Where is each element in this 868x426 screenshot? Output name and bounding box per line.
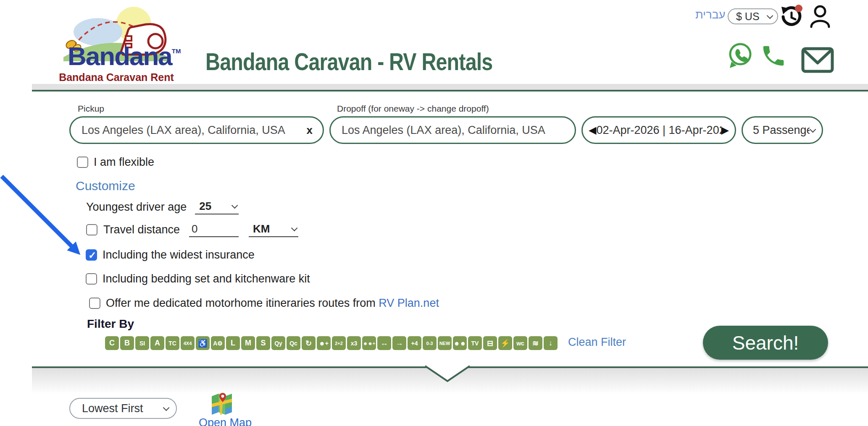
flexible-label: I am flexible [94,156,154,169]
large-rv-filter-icon[interactable]: L [226,336,240,350]
dropoff-label: Dropoff (for oneway -> change dropoff) [337,104,489,114]
bed-width-filter-icon[interactable]: ↔ [377,336,391,350]
new-rv-filter-icon[interactable]: NEW [438,336,452,350]
prev-dates-arrow-icon[interactable]: ◀ [589,124,596,136]
truck-camper-filter-icon[interactable]: TC [166,336,179,350]
rv-plan-link[interactable]: RV Plan.net [379,297,439,309]
class-b-filter-icon[interactable]: B [120,336,134,350]
logo-tm: TM [172,47,181,55]
bed-filter-icon[interactable]: ⊟ [483,336,497,350]
sort-order-select[interactable]: Lowest First [69,398,177,419]
notification-badge [795,5,802,12]
pickup-value: Los Angeles (LAX area), California, USA [82,124,307,137]
chevron-down-icon [291,225,298,232]
semi-integrated-filter-icon[interactable]: SI [135,336,149,350]
ages-0-3-filter-icon[interactable]: 0-3 [423,336,437,350]
language-link-hebrew[interactable]: עברית [695,8,725,21]
date-range-picker[interactable]: ◀ 02-Apr-2026 | 16-Apr-2026 ▶ [581,116,736,144]
itineraries-checkbox[interactable] [89,298,100,309]
page: BandanaTM Bandana Caravan Rent Bandana C… [0,0,868,426]
filter-icons-row: CBSIATC4X4♿A⚙LMSQyQc↻☻+2+2x3☻☻+↔→+40-3NE… [105,336,558,350]
search-button[interactable]: Search! [703,326,828,360]
wheelchair-accessible-filter-icon[interactable]: ♿ [196,336,210,350]
driver-age-label: Youngest driver age [86,201,187,214]
medium-rv-filter-icon[interactable]: M [241,336,255,350]
open-map-button[interactable]: Open Map [199,393,245,426]
chevron-down-icon [231,202,238,209]
filter-by-title: Filter By [87,317,134,331]
shower-filter-icon[interactable]: ≋ [529,336,542,350]
currency-value: $ US [736,10,767,23]
seats-2plus2-filter-icon[interactable]: 2+2 [332,336,346,350]
couple-filter-icon[interactable]: ☻☻ [453,336,467,350]
page-title: Bandana Caravan - RV Rentals [205,48,492,76]
email-icon[interactable] [801,46,834,74]
date-range-value: 02-Apr-2026 | 16-Apr-2026 [596,124,721,137]
small-rv-filter-icon[interactable]: S [256,336,270,350]
travel-distance-checkbox[interactable] [86,224,97,235]
chevron-down-icon [767,12,773,19]
open-map-label: Open Map [199,416,245,426]
chevron-down-icon [810,126,816,133]
dropoff-value: Los Angeles (LAX area), California, USA [342,124,565,137]
site-logo[interactable]: BandanaTM Bandana Caravan Rent [56,3,176,85]
header-divider [32,84,868,91]
phone-icon[interactable] [760,43,786,69]
distance-unit-select[interactable]: KM [249,222,298,237]
class-a-filter-icon[interactable]: A [150,336,164,350]
power-filter-icon[interactable]: ⚡ [498,336,512,350]
chevron-down-icon [163,404,170,411]
passengers-select[interactable]: 5 Passengers [742,116,823,144]
wc-filter-icon[interactable]: wc [513,336,527,350]
travel-distance-label: Travel distance [103,223,180,236]
driver-age-select[interactable]: 25 [195,200,239,214]
passengers-value: 5 Passengers [753,124,810,137]
class-c-filter-icon[interactable]: C [105,336,119,350]
tv-filter-icon[interactable]: TV [468,336,482,350]
whatsapp-icon[interactable] [726,42,753,70]
bedding-kit-label: Including bedding set and kitchenware ki… [103,272,310,285]
driver-age-value: 25 [199,200,231,213]
history-icon[interactable] [780,4,802,28]
4x4-filter-icon[interactable]: 4X4 [181,336,195,350]
pickup-label: Pickup [78,104,104,114]
divider-notch-icon [0,361,868,386]
bedding-kit-checkbox[interactable] [86,273,97,285]
circular-route-filter-icon[interactable]: ↻ [302,336,316,350]
logo-brand-text: BandanaTM [68,41,181,71]
plus4-berths-filter-icon[interactable]: +4 [408,336,421,350]
map-icon [211,393,233,415]
flexible-checkbox[interactable] [77,157,88,168]
clean-filter-link[interactable]: Clean Filter [568,336,626,349]
customize-link[interactable]: Customize [76,179,135,193]
insurance-checkbox[interactable] [86,249,97,261]
clear-pickup-button[interactable]: x [307,124,313,137]
quality-c-filter-icon[interactable]: Qc [287,336,300,350]
next-dates-arrow-icon[interactable]: ▶ [721,124,729,136]
logo-caption: Bandana Caravan Rent [58,71,174,84]
itineraries-label: Offer me dedicated motorhome itineraries… [106,297,439,310]
pickup-input[interactable]: Los Angeles (LAX area), California, USA … [69,116,324,144]
travel-distance-input[interactable]: 0 [189,222,239,237]
automatic-transmission-filter-icon[interactable]: A⚙ [211,336,225,350]
account-icon[interactable] [809,5,831,29]
insurance-label: Including the widest insurance [103,248,255,261]
extra-driver-filter-icon[interactable]: ☻+ [317,336,331,350]
x3-filter-icon[interactable]: x3 [347,336,361,350]
quality-y-filter-icon[interactable]: Qy [271,336,285,350]
currency-select[interactable]: $ US [728,8,778,24]
distance-unit-value: KM [253,222,291,235]
sort-order-value: Lowest First [82,402,163,415]
rv-dropoff-filter-icon[interactable]: ↓ [544,336,558,350]
dropoff-input[interactable]: Los Angeles (LAX area), California, USA [329,116,576,144]
oneway-rv-filter-icon[interactable]: → [392,336,406,350]
family-plus-filter-icon[interactable]: ☻☻+ [362,336,376,350]
